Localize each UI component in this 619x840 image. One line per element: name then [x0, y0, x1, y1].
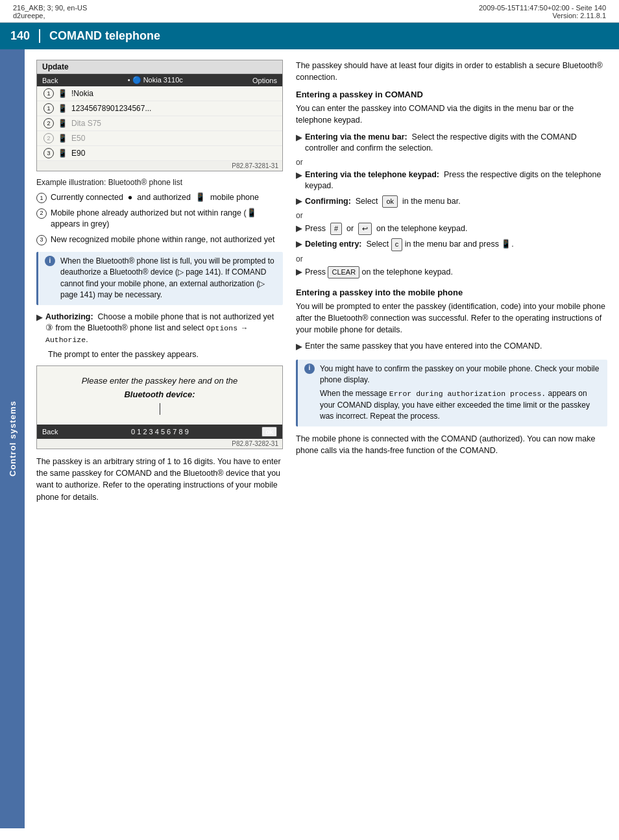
list-text-2: Mobile phone already authorized but not … — [51, 208, 283, 230]
caption: Example illustration: Bluetooth® phone l… — [36, 178, 283, 187]
info-block-1: i When the Bluetooth® phone list is full… — [36, 252, 283, 305]
item-num-1a: 1 — [43, 88, 54, 99]
item-name: !Nokia — [71, 89, 93, 98]
meta-left: 216_AKB; 3; 90, en-US d2ureepe, — [13, 4, 87, 19]
entering-heading: Entering a passkey in COMAND — [296, 90, 607, 99]
item-num-2b: 2 — [43, 133, 54, 143]
list-item: 2 📱 Dita S75 — [37, 116, 282, 131]
item-icon: 📱 — [58, 149, 67, 158]
confirming-label: Confirming: — [305, 197, 351, 206]
hash-text: Press # or ↩ on the telephone keypad. — [305, 223, 467, 235]
deleting-text: Deleting entry: Select c in the menu bar… — [305, 238, 514, 251]
item-icon: 📱 — [58, 119, 67, 128]
menu-bar-text: Entering via the menu bar: Select the re… — [305, 132, 607, 154]
sidebar-label: Control systems — [0, 49, 25, 828]
passkey-digits: 0 1 2 3 4 5 6 7 8 9 — [131, 428, 189, 436]
final-para: The mobile phone is connected with the C… — [296, 433, 607, 456]
confirming-item: ▶ Confirming: Select ok in the menu bar. — [296, 195, 607, 208]
or-1: or — [296, 158, 607, 167]
list-item-2: 2 Mobile phone already authorized but no… — [36, 208, 283, 230]
page-number: 140 — [10, 29, 40, 43]
screenshot-header: Update — [37, 60, 282, 74]
item-num-3: 3 — [43, 148, 54, 158]
item-icon: 📱 — [58, 89, 67, 98]
list-item-1: 1 Currently connected ● and authorized 📱… — [36, 192, 283, 204]
enter-same-item: ▶ Enter the same passkey that you have e… — [296, 341, 607, 352]
mobile-intro: You will be prompted to enter the passke… — [296, 301, 607, 336]
hash-item: ▶ Press # or ↩ on the telephone keypad. — [296, 223, 607, 235]
deleting-item: ▶ Deleting entry: Select c in the menu b… — [296, 238, 607, 251]
arrow-icon-2: ▶ — [296, 132, 302, 143]
list-item: 1 📱 !Nokia — [37, 86, 282, 101]
passkey-intro: The passkey is an arbitrary string of 1 … — [36, 456, 283, 503]
clear-btn: CLEAR — [328, 266, 359, 278]
passkey-nav: Back 0 1 2 3 4 5 6 7 8 9 ok — [37, 425, 282, 439]
info-block-2-sub: When the message Error during authorizat… — [320, 388, 601, 422]
list-item: 1 📱 12345678901234567... — [37, 101, 282, 116]
page-layout: Control systems Update Back • 🔵 Nokia 31… — [0, 49, 619, 828]
digits-display: 0 1 2 3 4 5 6 7 8 9 — [131, 428, 189, 436]
passkey-line1: Please enter the passkey here and on the — [82, 376, 238, 386]
item-icon: 📱 — [58, 104, 67, 113]
right-column: The passkey should have at least four di… — [296, 60, 607, 818]
item-name: Dita S75 — [71, 119, 101, 128]
screenshot-device: • 🔵 Nokia 3110c — [128, 76, 183, 84]
authorizing-item: ▶ Authorizing: Choose a mobile phone tha… — [36, 312, 283, 346]
deleting-label: Deleting entry: — [305, 240, 362, 249]
arrow-icon-6: ▶ — [296, 238, 302, 250]
chapter-title: COMAND telephone — [49, 29, 160, 43]
keypad-item: ▶ Entering via the telephone keypad: Pre… — [296, 169, 607, 192]
left-column: Update Back • 🔵 Nokia 3110c Options 1 📱 … — [36, 60, 283, 818]
list-text-1: Currently connected ● and authorized 📱 m… — [51, 192, 259, 204]
main-content: Update Back • 🔵 Nokia 3110c Options 1 📱 … — [25, 49, 619, 828]
screenshot-nav: Back • 🔵 Nokia 3110c Options — [37, 74, 282, 86]
clear-item: ▶ Press CLEAR on the telephone keypad. — [296, 266, 607, 278]
passkey-cursor — [160, 403, 160, 415]
list-item: 3 📱 E90 — [37, 146, 282, 161]
ok-btn-inline: ok — [382, 195, 398, 208]
menu-bar-item: ▶ Entering via the menu bar: Select the … — [296, 132, 607, 154]
hash-btn: # — [330, 223, 342, 235]
list-text-3: New recognized mobile phone within range… — [51, 234, 274, 246]
or-2: or — [296, 211, 607, 220]
entering-intro: You can enter the passkey into COMAND vi… — [296, 103, 607, 126]
enter-same-text: Enter the same passkey that you have ent… — [305, 341, 542, 352]
keypad-text: Entering via the telephone keypad: Press… — [305, 169, 607, 192]
info-icon-2: i — [304, 364, 315, 374]
item-name: 12345678901234567... — [71, 104, 151, 113]
authorizing-followup: The prompt to enter the passkey appears. — [48, 349, 283, 360]
passkey-ok[interactable]: ok — [261, 426, 277, 437]
info-block-2-main: You might have to confirm the passkey on… — [320, 364, 601, 386]
screenshot-header-label: Update — [42, 62, 69, 71]
numbered-list: 1 Currently connected ● and authorized 📱… — [36, 192, 283, 245]
info-block-2-row: i You might have to confirm the passkey … — [304, 364, 601, 423]
keypad-label: Entering via the telephone keypad: — [305, 170, 439, 179]
confirming-text: Confirming: Select ok in the menu bar. — [305, 195, 461, 208]
meta-bar: 216_AKB; 3; 90, en-US d2ureepe, 2009-05-… — [0, 0, 619, 23]
c-btn: c — [391, 238, 403, 251]
arrow-icon: ▶ — [36, 312, 43, 323]
authorizing-label: Authorizing: — [45, 312, 93, 321]
screenshot-options[interactable]: Options — [252, 77, 277, 84]
screenshot-footer: P82.87-3281-31 — [37, 161, 282, 171]
passkey-back[interactable]: Back — [42, 428, 58, 436]
item-num-2a: 2 — [43, 118, 54, 129]
clear-text: Press CLEAR on the telephone keypad. — [305, 266, 453, 278]
item-name: E50 — [71, 134, 85, 143]
mobile-heading: Entering a passkey into the mobile phone — [296, 288, 607, 297]
info-text-1: When the Bluetooth® phone list is full, … — [60, 256, 276, 301]
passkey-line2: Bluetooth device: — [124, 389, 195, 399]
item-num-1b: 1 — [43, 103, 54, 114]
passkey-footer: P82.87-3282-31 — [37, 439, 282, 449]
authorizing-text: Authorizing: Choose a mobile phone that … — [45, 312, 283, 346]
item-icon: 📱 — [58, 134, 67, 143]
info-icon-1: i — [45, 256, 55, 266]
screenshot-back[interactable]: Back — [42, 77, 58, 84]
menu-bar-label: Entering via the menu bar: — [305, 132, 407, 142]
bluetooth-screenshot: Update Back • 🔵 Nokia 3110c Options 1 📱 … — [36, 60, 283, 171]
arrow-icon-8: ▶ — [296, 341, 302, 352]
info-block-1-row: i When the Bluetooth® phone list is full… — [45, 256, 276, 301]
info-block-2: i You might have to confirm the passkey … — [296, 360, 607, 426]
or-3: or — [296, 254, 607, 264]
list-item-3: 3 New recognized mobile phone within ran… — [36, 234, 283, 246]
